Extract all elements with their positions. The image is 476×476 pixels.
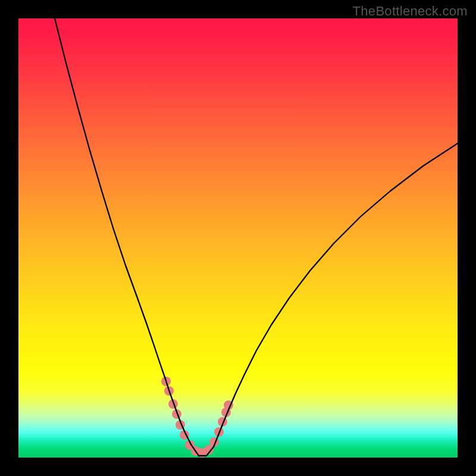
watermark-text: TheBottleneck.com [353, 4, 468, 19]
chart-svg [18, 18, 458, 458]
right-curve [199, 143, 458, 456]
plot-area [18, 18, 458, 458]
left-curve [55, 18, 199, 456]
chart-frame: TheBottleneck.com [0, 0, 476, 476]
bottleneck-markers [161, 377, 233, 458]
